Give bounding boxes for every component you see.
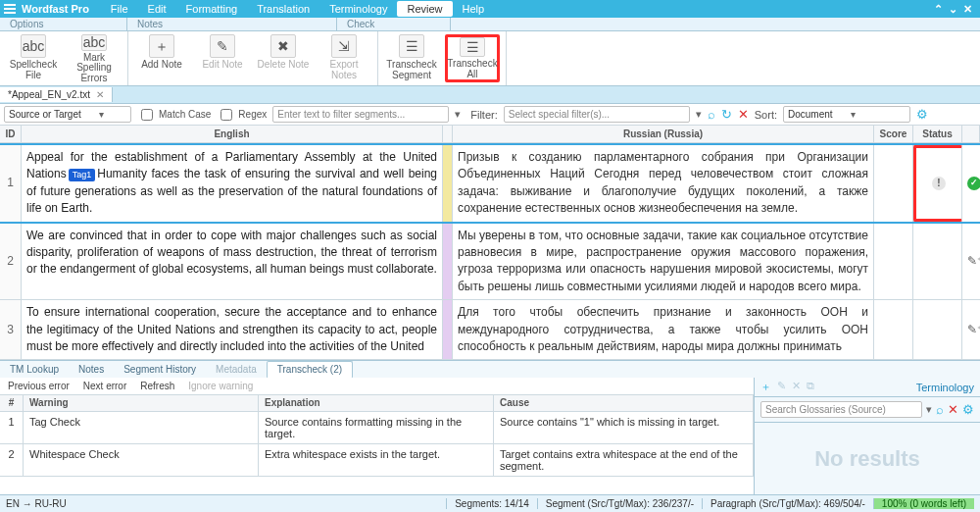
bottom-tab-segment-history[interactable]: Segment History — [114, 362, 206, 377]
ribbon: abcSpellcheck FileabcMark Spelling Error… — [0, 31, 980, 86]
menu-edit[interactable]: Edit — [138, 1, 176, 17]
menu-file[interactable]: File — [101, 1, 138, 17]
file-tab[interactable]: *Appeal_EN_v2.txt ✕ — [0, 87, 113, 102]
col-id: ID — [0, 126, 22, 142]
transcheck-row[interactable]: 2Whitespace CheckExtra whitespace exists… — [0, 444, 754, 477]
clear-icon[interactable]: ✕ — [948, 402, 958, 417]
clear-icon[interactable]: ✕ — [738, 107, 749, 122]
ribbon-group-label: Check — [337, 18, 451, 30]
copy-term-icon: ⧉ — [807, 380, 814, 394]
filter-input[interactable] — [504, 106, 690, 123]
ribbon-mark-spelling-errors[interactable]: abcMark Spelling Errors — [67, 34, 122, 82]
menu-terminology[interactable]: Terminology — [319, 1, 397, 17]
bottom-tab-tm-lookup[interactable]: TM Lookup — [0, 362, 69, 377]
language-pair: EN → RU-RU — [6, 498, 67, 509]
sort-select[interactable]: Document — [783, 106, 910, 123]
menu-review[interactable]: Review — [397, 1, 452, 17]
terminology-search-input[interactable] — [760, 401, 922, 418]
edited-icon: ✎⁺ — [967, 322, 980, 338]
transcheck-header: # Warning Explanation Cause — [0, 395, 754, 412]
terminology-pane: ＋ ✎ ✕ ⧉ Terminology ▾ ⌕ ✕ ⚙ No results — [755, 378, 980, 494]
ribbon-edit-note: ✎Edit Note — [195, 34, 250, 82]
confirmed-icon: ✓ — [967, 177, 980, 190]
status-progress: 100% (0 words left) — [873, 498, 974, 509]
bottom-tab-notes[interactable]: Notes — [69, 362, 114, 377]
status-segments: Segments: 14/14 — [446, 498, 537, 509]
transcheck-toolbar: Previous error Next error Refresh Ignore… — [0, 378, 754, 395]
bottom-tabs: TM LookupNotesSegment HistoryMetadataTra… — [0, 360, 980, 378]
ribbon-transcheck-segment[interactable]: ☰Transcheck Segment — [384, 34, 439, 82]
col-status: Status — [913, 126, 962, 142]
refresh-button[interactable]: Refresh — [140, 381, 174, 391]
transcheck-row[interactable]: 1Tag CheckSource contains formatting mis… — [0, 412, 754, 444]
ribbon-group-label: Options — [0, 18, 127, 30]
tag-marker: Tag1 — [69, 169, 96, 181]
menu-translation[interactable]: Translation — [247, 1, 319, 17]
sort-label: Sort: — [755, 109, 777, 121]
transcheck-pane: Previous error Next error Refresh Ignore… — [0, 378, 755, 494]
delete-term-icon: ✕ — [792, 380, 801, 394]
edit-term-icon: ✎ — [777, 380, 786, 394]
app-name: Wordfast Pro — [22, 3, 89, 15]
next-error-button[interactable]: Next error — [83, 381, 126, 391]
previous-error-button[interactable]: Previous error — [8, 381, 70, 391]
refresh-icon[interactable]: ↻ — [721, 107, 732, 122]
segment-grid: 1Appeal for the establishment of a Parli… — [0, 143, 980, 360]
add-term-icon[interactable]: ＋ — [760, 380, 771, 394]
settings-icon[interactable]: ⚙ — [916, 107, 928, 122]
ribbon-delete-note: ✖Delete Note — [256, 34, 311, 82]
col-score: Score — [874, 126, 913, 142]
filter-label: Filter: — [470, 109, 498, 121]
bottom-panel: Previous error Next error Refresh Ignore… — [0, 378, 980, 494]
filter-bar: Source or Target Match Case Regex ▾ Filt… — [0, 104, 980, 126]
edited-icon: ✎⁺ — [967, 253, 980, 270]
file-tab-label: *Appeal_EN_v2.txt — [8, 89, 90, 100]
settings-icon[interactable]: ⚙ — [962, 402, 974, 417]
status-marker — [443, 300, 453, 359]
match-case-checkbox[interactable]: Match Case — [137, 106, 211, 124]
status-segment: Segment (Src/Tgt/Max): 236/237/- — [537, 498, 702, 509]
ribbon-transcheck-all[interactable]: ☰Transcheck All — [445, 34, 500, 82]
ignore-warning-button: Ignore warning — [188, 381, 253, 391]
search-icon[interactable]: ⌕ — [708, 107, 715, 122]
status-bar: EN → RU-RU Segments: 14/14 Segment (Src/… — [0, 494, 980, 512]
col-target: Russian (Russia) — [453, 126, 874, 142]
menu-help[interactable]: Help — [453, 1, 495, 17]
ribbon-group-label: Notes — [127, 18, 337, 30]
menu-formatting[interactable]: Formatting — [176, 1, 248, 17]
segment-grid-header: ID English Russian (Russia) Score Status — [0, 126, 980, 143]
ribbon-spellcheck-file[interactable]: abcSpellcheck File — [6, 34, 61, 82]
menu-bar: Wordfast Pro FileEditFormattingTranslati… — [0, 0, 980, 18]
ribbon-group-labels: Options Notes Check — [0, 18, 980, 31]
warning-icon: ! — [932, 177, 946, 190]
bottom-tab-metadata[interactable]: Metadata — [206, 362, 267, 377]
bottom-tab-transcheck-[interactable]: Transcheck (2) — [267, 361, 353, 379]
status-paragraph: Paragraph (Src/Tgt/Max): 469/504/- — [702, 498, 873, 509]
ribbon-export-notes: ⇲Export Notes — [317, 34, 371, 82]
minimize-button[interactable]: ⌃ — [934, 3, 943, 16]
segment-row[interactable]: 1Appeal for the establishment of a Parli… — [0, 143, 980, 224]
status-marker — [443, 224, 453, 300]
scope-select[interactable]: Source or Target — [4, 106, 131, 123]
segment-row[interactable]: 3To ensure international cooperation, se… — [0, 300, 980, 360]
regex-checkbox[interactable]: Regex — [217, 106, 267, 124]
close-button[interactable]: ✕ — [963, 3, 972, 16]
segment-row[interactable]: 2We are convinced that in order to cope … — [0, 224, 980, 301]
ribbon-add-note[interactable]: ＋Add Note — [134, 34, 189, 82]
terminology-no-results: No results — [755, 423, 980, 494]
search-icon[interactable]: ⌕ — [936, 402, 944, 417]
close-icon[interactable]: ✕ — [96, 89, 104, 100]
maximize-button[interactable]: ⌄ — [949, 3, 957, 16]
hamburger-icon[interactable] — [4, 4, 16, 14]
status-marker — [443, 145, 453, 222]
file-tab-strip: *Appeal_EN_v2.txt ✕ — [0, 86, 980, 104]
col-source: English — [22, 126, 443, 142]
terminology-title: Terminology — [916, 382, 974, 393]
find-input[interactable] — [272, 106, 449, 123]
